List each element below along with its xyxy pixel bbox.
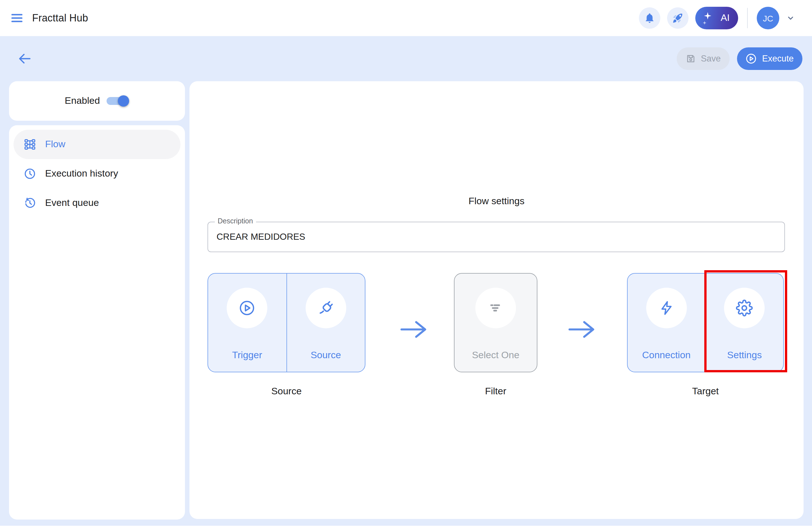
header-actions: AI JC bbox=[639, 7, 795, 29]
filter-group: Select One Filter bbox=[454, 273, 537, 397]
step-label: Connection bbox=[642, 350, 691, 361]
step-label: Trigger bbox=[232, 350, 262, 361]
fracttal-hub-app: Fracttal Hub bbox=[0, 0, 812, 528]
bolt-icon bbox=[658, 300, 675, 316]
step-icon-circle bbox=[227, 288, 267, 328]
rocket-icon bbox=[672, 12, 683, 24]
account-menu-button[interactable] bbox=[786, 14, 795, 23]
clock-icon bbox=[24, 168, 36, 180]
sidebar-item-flow[interactable]: Flow bbox=[14, 130, 180, 159]
save-icon bbox=[686, 54, 696, 64]
back-button[interactable] bbox=[17, 51, 33, 67]
flow-icon bbox=[24, 138, 36, 151]
sidebar-menu: Flow Execution history bbox=[9, 125, 185, 519]
description-field: Description bbox=[207, 222, 785, 252]
bell-icon bbox=[644, 12, 655, 24]
toggle-thumb bbox=[118, 95, 129, 106]
workspace: Save Execute Enabled bbox=[0, 36, 812, 526]
step-label: Source bbox=[311, 350, 341, 361]
flow-arrow-icon bbox=[567, 318, 597, 341]
enabled-toggle[interactable] bbox=[106, 95, 129, 106]
step-icon-circle bbox=[724, 288, 765, 328]
avatar[interactable]: JC bbox=[757, 7, 779, 29]
gear-icon bbox=[736, 300, 753, 316]
sparkle-icon bbox=[704, 12, 712, 20]
whats-new-button[interactable] bbox=[667, 7, 688, 29]
page-bottom-strip bbox=[0, 526, 812, 528]
group-caption: Filter bbox=[454, 386, 537, 397]
flow-arrow-icon bbox=[399, 318, 429, 341]
group-caption: Target bbox=[627, 386, 784, 397]
step-icon-circle bbox=[646, 288, 687, 328]
save-button[interactable]: Save bbox=[677, 47, 730, 70]
page-title: Flow settings bbox=[189, 196, 803, 207]
flow-editor-card: Flow settings Description bbox=[189, 81, 803, 519]
step-icon-circle bbox=[475, 288, 516, 328]
play-circle-icon bbox=[746, 53, 757, 64]
play-circle-icon bbox=[239, 300, 256, 316]
source-step[interactable]: Source bbox=[286, 274, 365, 372]
enabled-label: Enabled bbox=[65, 95, 100, 106]
sidebar-item-label: Execution history bbox=[45, 168, 118, 180]
filter-step[interactable]: Select One bbox=[454, 274, 537, 372]
menu-icon[interactable] bbox=[10, 11, 24, 25]
flow-diagram: Trigger Source Source bbox=[189, 273, 803, 372]
source-group: Trigger Source Source bbox=[207, 273, 365, 397]
sidebar-item-event-queue[interactable]: Event queue bbox=[14, 188, 180, 218]
plug-icon bbox=[318, 300, 334, 316]
sidebar-item-label: Event queue bbox=[45, 197, 99, 209]
ai-assistant-button[interactable]: AI bbox=[695, 7, 738, 29]
notifications-button[interactable] bbox=[639, 7, 660, 29]
action-bar: Save Execute bbox=[677, 47, 802, 70]
step-label: Settings bbox=[727, 350, 762, 361]
connection-step[interactable]: Connection bbox=[628, 274, 705, 372]
enabled-card: Enabled bbox=[9, 81, 185, 121]
chevron-down-icon bbox=[786, 14, 795, 23]
description-field-label: Description bbox=[215, 217, 256, 225]
group-caption: Source bbox=[207, 386, 365, 397]
save-label: Save bbox=[701, 54, 721, 64]
step-label: Select One bbox=[472, 350, 519, 361]
description-input[interactable] bbox=[208, 222, 784, 252]
history-icon bbox=[24, 197, 36, 209]
execute-button[interactable]: Execute bbox=[737, 47, 802, 70]
target-group: Connection Settings bbox=[627, 273, 784, 397]
step-icon-circle bbox=[306, 288, 346, 328]
sparkle-small-icon bbox=[702, 21, 707, 25]
sidebar-item-label: Flow bbox=[45, 139, 66, 150]
app-title: Fracttal Hub bbox=[32, 12, 88, 24]
filter-lines-icon bbox=[487, 300, 504, 316]
sidebar: Enabled Flow bbox=[9, 81, 185, 519]
top-bar: Fracttal Hub bbox=[0, 0, 812, 36]
arrow-left-icon bbox=[19, 54, 31, 64]
settings-step[interactable]: Settings bbox=[705, 274, 783, 372]
trigger-step[interactable]: Trigger bbox=[208, 274, 286, 372]
sidebar-item-execution-history[interactable]: Execution history bbox=[14, 159, 180, 188]
header-divider bbox=[747, 8, 748, 28]
execute-label: Execute bbox=[762, 54, 794, 64]
ai-label: AI bbox=[721, 12, 730, 24]
